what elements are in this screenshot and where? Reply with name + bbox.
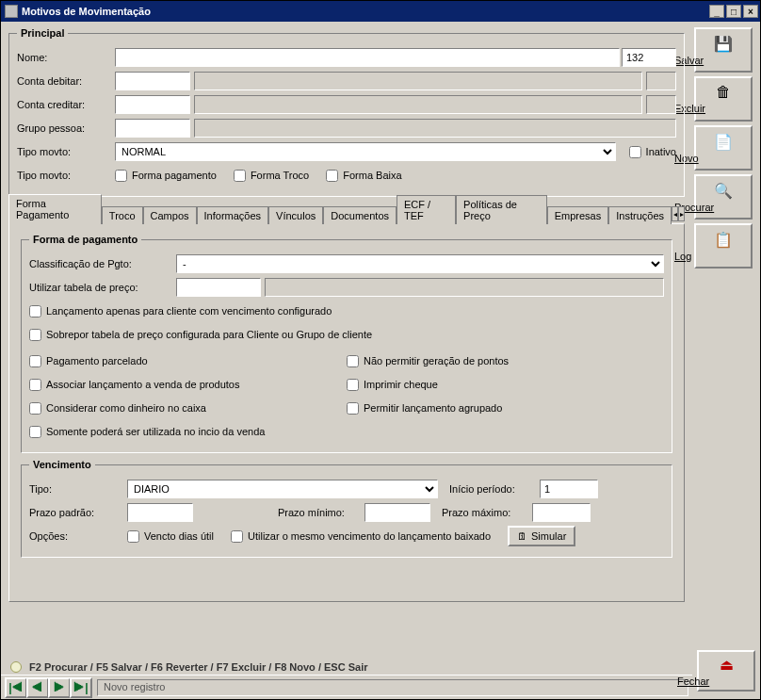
chk-imprimir-cheque[interactable] <box>347 379 359 391</box>
prazo-maximo-input[interactable] <box>532 503 591 522</box>
chk-sobrepor[interactable] <box>29 329 41 341</box>
venc-tipo-label: Tipo: <box>29 483 127 495</box>
tab-empresas[interactable]: Empresas <box>547 206 609 224</box>
new-icon: 📄 <box>714 133 733 151</box>
forma-baixa-checkbox[interactable] <box>326 170 338 182</box>
chk-sobrepor-label: Sobrepor tabela de preço configurada par… <box>46 329 372 340</box>
prazo-minimo-label: Prazo mínimo: <box>278 507 364 518</box>
forma-pagamento-chk-label: Forma pagamento <box>132 170 217 181</box>
nav-first-button[interactable]: |⯇ <box>5 677 27 698</box>
tab-scroll: ◂ ▸ <box>672 206 685 223</box>
tab-scroll-left[interactable]: ◂ <box>672 206 678 221</box>
chk-permitir-agrupado[interactable] <box>347 402 359 415</box>
prazo-maximo-label: Prazo máximo: <box>442 507 532 518</box>
tab-scroll-right[interactable]: ▸ <box>678 206 685 221</box>
tab-documentos[interactable]: Documentos <box>323 206 397 224</box>
chk-vencto-dias-util-label: Vencto dias útil <box>144 530 214 542</box>
conta-creditar-extra <box>646 95 676 114</box>
bulb-icon <box>10 661 22 673</box>
chk-considerar-dinheiro[interactable] <box>29 402 41 415</box>
prazo-minimo-input[interactable] <box>364 503 430 522</box>
chk-parcelado[interactable] <box>29 355 41 367</box>
tab-ecf-tef[interactable]: ECF / TEF <box>397 195 456 224</box>
chk-lanc-cliente-label: Lançamento apenas para cliente com venci… <box>46 305 332 317</box>
principal-legend: Principal <box>17 27 68 39</box>
app-icon <box>5 5 18 18</box>
shortcut-hint: F2 Procurar / F5 Salvar / F6 Reverter / … <box>1 658 692 675</box>
tab-politicas-preco[interactable]: Políticas de Preço <box>456 195 547 224</box>
save-button[interactable]: 💾 Salvar <box>694 27 753 73</box>
forma-troco-checkbox[interactable] <box>234 170 246 182</box>
code-input[interactable] <box>622 48 676 67</box>
simular-button[interactable]: 🗓 Simular <box>508 526 575 546</box>
grupo-pessoa-code[interactable] <box>115 119 190 138</box>
utilizar-tabela-desc <box>265 278 664 297</box>
prazo-padrao-input[interactable] <box>127 503 193 522</box>
classificacao-select[interactable]: - <box>176 254 664 273</box>
close-label: Fechar <box>677 676 709 687</box>
chk-associar-label: Associar lançamento a venda de produtos <box>46 379 239 390</box>
window-title: Motivos de Movimentação <box>22 6 707 17</box>
tab-campos[interactable]: Campos <box>143 206 197 224</box>
close-window-button[interactable]: × <box>743 5 758 18</box>
tab-instrucoes[interactable]: Instruções <box>608 206 672 224</box>
tab-informacoes[interactable]: Informações <box>197 206 269 224</box>
vencimento-legend: Vencimento <box>29 459 95 470</box>
search-button[interactable]: 🔍 Procurar <box>694 174 753 220</box>
minimize-button[interactable]: _ <box>709 5 724 18</box>
app-window: Motivos de Movimentação _ □ × Principal … <box>0 0 761 700</box>
shortcut-text: F2 Procurar / F5 Salvar / F6 Reverter / … <box>29 661 367 673</box>
chk-imprimir-cheque-label: Imprimir cheque <box>364 379 438 390</box>
nome-input[interactable] <box>115 48 620 67</box>
prazo-padrao-label: Prazo padrão: <box>29 507 127 518</box>
conta-creditar-label: Conta creditar: <box>17 99 115 110</box>
grupo-pessoa-label: Grupo pessoa: <box>17 122 115 134</box>
trash-icon: 🗑 <box>716 84 731 101</box>
new-button[interactable]: 📄 Novo <box>694 125 753 171</box>
venc-tipo-select[interactable]: DIARIO <box>127 480 438 498</box>
log-button[interactable]: 📋 Log <box>694 223 753 269</box>
forma-troco-chk-label: Forma Troco <box>251 170 309 181</box>
save-icon: 💾 <box>714 35 733 53</box>
nav-last-button[interactable]: ⯈| <box>70 677 92 698</box>
action-sidebar: 💾 Salvar 🗑 Excluir 📄 Novo 🔍 Procurar 📋 <box>692 22 760 650</box>
calendar-icon: 🗓 <box>517 530 527 542</box>
inativo-label: Inativo <box>646 146 676 157</box>
chk-parcelado-label: Pagamento parcelado <box>46 355 148 366</box>
conta-debitar-code[interactable] <box>115 72 190 90</box>
log-label: Log <box>674 251 691 262</box>
log-icon: 📋 <box>714 231 733 249</box>
chk-nao-pontos-label: Não permitir geração de pontos <box>364 355 509 366</box>
forma-pagamento-legend: Forma de pagamento <box>29 234 141 245</box>
tipo-movto-select[interactable]: NORMAL <box>115 142 616 161</box>
chk-associar[interactable] <box>29 379 41 391</box>
tipo-movto-label: Tipo movto: <box>17 146 115 157</box>
tipo-movto2-label: Tipo movto: <box>17 170 115 181</box>
nav-next-button[interactable]: ⯈ <box>48 677 71 698</box>
chk-utilizar-mesmo[interactable] <box>231 530 243 543</box>
forma-pagamento-checkbox[interactable] <box>115 170 127 182</box>
inicio-periodo-input[interactable] <box>540 480 598 498</box>
maximize-button[interactable]: □ <box>726 5 741 18</box>
chk-vencto-dias-util[interactable] <box>127 530 139 543</box>
conta-creditar-code[interactable] <box>115 95 190 114</box>
chk-lanc-cliente[interactable] <box>29 305 41 317</box>
nav-prev-button[interactable]: ⯇ <box>26 677 49 698</box>
inativo-checkbox[interactable] <box>629 146 641 158</box>
search-icon: 🔍 <box>714 182 733 200</box>
tab-troco[interactable]: Troco <box>102 206 143 224</box>
close-button[interactable]: ⏏ Fechar <box>697 650 755 692</box>
exit-icon: ⏏ <box>720 656 734 674</box>
chk-somente-inicio[interactable] <box>29 426 41 438</box>
record-navbar: |⯇ ⯇ ⯈ ⯈| Novo registro <box>1 675 692 699</box>
tab-forma-pagamento[interactable]: Forma Pagamento <box>8 194 102 224</box>
tab-vinculos[interactable]: Vínculos <box>268 206 323 224</box>
grupo-pessoa-desc <box>194 119 676 138</box>
simular-label: Simular <box>531 530 566 542</box>
utilizar-tabela-code[interactable] <box>176 278 261 297</box>
chk-considerar-dinheiro-label: Considerar como dinheiro no caixa <box>46 402 206 414</box>
chk-nao-pontos[interactable] <box>347 355 359 367</box>
vencimento-group: Vencimento Tipo: DIARIO Início período: <box>21 459 672 558</box>
chk-utilizar-mesmo-label: Utilizar o mesmo vencimento do lançament… <box>248 530 491 542</box>
delete-button[interactable]: 🗑 Excluir <box>694 76 753 122</box>
